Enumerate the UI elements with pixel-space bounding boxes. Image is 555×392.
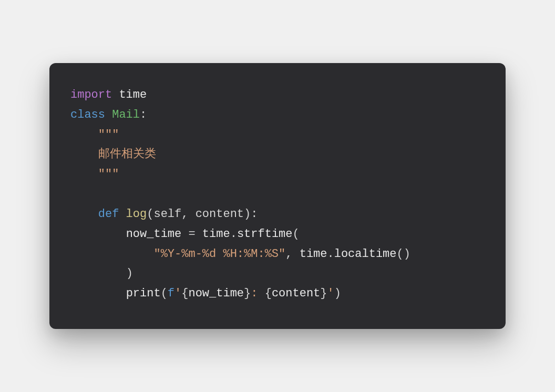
dot: .	[230, 228, 237, 241]
indent	[70, 247, 153, 261]
keyword-import: import	[70, 88, 112, 101]
fstring-var: now_time	[188, 287, 244, 300]
brace-open: {	[265, 287, 272, 300]
code-line-10: )	[70, 264, 485, 284]
keyword-class: class	[70, 108, 105, 121]
code-line-7: def log(self, content):	[70, 204, 485, 224]
docstring-text: 邮件相关类	[98, 148, 156, 161]
docstring-quote: """	[98, 168, 119, 181]
indent	[70, 287, 126, 300]
paren-close: )	[126, 267, 133, 280]
comma: ,	[181, 208, 195, 221]
equals: =	[188, 228, 195, 241]
code-line-4: 邮件相关类	[70, 145, 485, 164]
parens: ()	[397, 247, 410, 261]
comma: ,	[285, 247, 299, 261]
string-literal: :	[251, 287, 264, 300]
string-quote: '	[174, 287, 181, 300]
indent	[70, 168, 98, 181]
code-line-6	[70, 184, 485, 204]
dot: .	[327, 247, 334, 261]
colon: :	[140, 108, 147, 121]
paren-open: (	[293, 228, 300, 241]
paren-open: (	[161, 287, 168, 300]
class-name: Mail	[105, 108, 140, 121]
indent	[70, 267, 126, 280]
module-ref: time	[196, 228, 230, 241]
param-content: content	[196, 208, 244, 221]
function-call: localtime	[334, 247, 397, 261]
code-line-2: class Mail:	[70, 105, 485, 125]
function-call: strftime	[237, 228, 293, 241]
variable: now_time	[126, 228, 189, 241]
code-line-5: """	[70, 164, 485, 184]
brace-close: }	[244, 287, 251, 300]
string-quote: '	[327, 287, 334, 300]
paren-close: )	[334, 287, 341, 300]
code-block: import time class Mail: """ 邮件相关类 """ de…	[49, 63, 506, 329]
module-name: time	[112, 88, 147, 101]
fstring-prefix: f	[168, 287, 174, 300]
code-line-3: """	[70, 125, 485, 145]
indent	[70, 148, 98, 161]
code-line-9: "%Y-%m-%d %H:%M:%S", time.localtime()	[70, 244, 485, 264]
indent	[70, 228, 126, 241]
fstring-var: content	[272, 287, 320, 300]
print-call: print	[126, 287, 161, 300]
keyword-def: def	[98, 208, 119, 221]
brace-close: }	[320, 287, 327, 300]
indent	[70, 128, 98, 141]
docstring-quote: """	[98, 128, 119, 141]
indent	[70, 208, 98, 221]
module-ref: time	[300, 247, 327, 261]
colon: :	[251, 208, 258, 221]
paren-open: (	[147, 208, 153, 221]
code-line-1: import time	[70, 85, 485, 105]
paren-close: )	[244, 208, 251, 221]
param-self: self	[153, 208, 181, 221]
brace-open: {	[181, 287, 188, 300]
code-line-8: now_time = time.strftime(	[70, 224, 485, 244]
function-name: log	[119, 208, 147, 221]
code-line-11: print(f'{now_time}: {content}')	[70, 284, 485, 304]
format-string: "%Y-%m-%d %H:%M:%S"	[153, 247, 285, 261]
